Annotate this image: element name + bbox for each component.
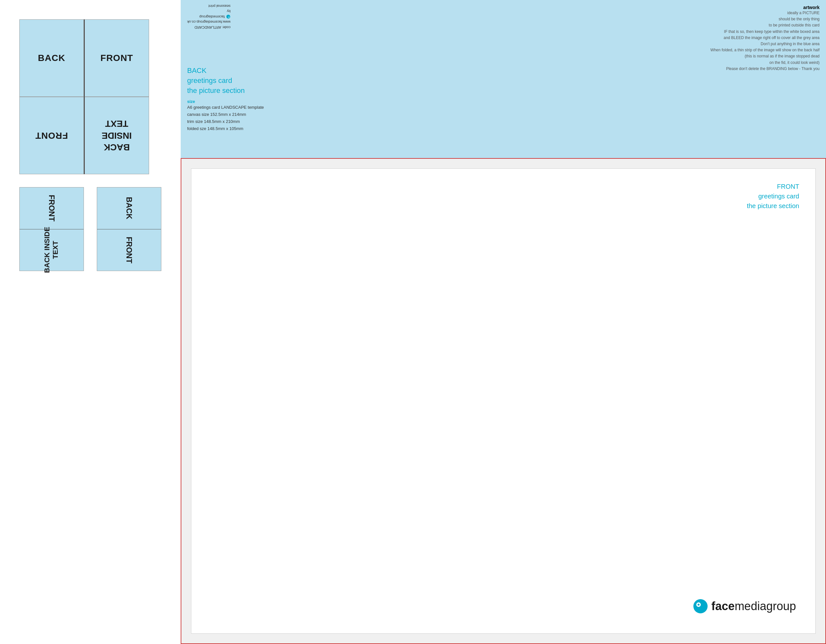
portrait-left-bottom-label: BACK INSIDETEXT [43, 227, 61, 273]
back-section: BACK greetings card the picture section … [187, 66, 264, 132]
front-label-text: FRONT greetings card the picture section [747, 182, 799, 211]
fmg-logo-icon [693, 599, 708, 614]
card-portrait-right: BACK FRONT [97, 187, 161, 271]
face-icon-upside [226, 14, 231, 19]
artwork-text: ideally a PICTURE should be the only thi… [711, 10, 820, 72]
instruction-area: code: ARTLANDCARD www.facemediagroup.co.… [181, 0, 826, 158]
right-panel: code: ARTLANDCARD www.facemediagroup.co.… [181, 0, 826, 644]
artwork-instructions: artwork ideally a PICTURE should be the … [711, 5, 820, 72]
portrait-right-bottom-label: FRONT [124, 236, 134, 263]
portrait-right-top-label: BACK [124, 197, 134, 219]
artwork-title: artwork [711, 5, 820, 10]
portrait-left-bottom: BACK INSIDETEXT [20, 230, 84, 271]
portrait-left-top-label: FRONT [47, 195, 56, 222]
fmg-rest: mediagroup [735, 599, 796, 613]
fmg-text: facemediagroup [711, 599, 796, 613]
front-label-top: FRONT [100, 53, 133, 63]
size-text: A6 greetings card LANDSCAPE template can… [187, 104, 264, 132]
branding-upside: code: ARTLANDCARD www.facemediagroup.co.… [187, 3, 231, 30]
card-row-2: FRONT BACK INSIDE TEXT [19, 97, 168, 174]
front-flipped-label: FRONT [35, 130, 68, 141]
branding-upside-text: code: ARTLANDCARD www.facemediagroup.co.… [187, 3, 231, 30]
portrait-gap [84, 187, 97, 271]
back-label-top: BACK [38, 53, 65, 63]
back-section-title: BACK greetings card the picture section [187, 66, 264, 96]
svg-point-1 [228, 17, 230, 17]
front-label: FRONT greetings card the picture section [747, 182, 799, 211]
card-row-3: FRONT BACK INSIDETEXT BACK FRONT [19, 187, 168, 271]
left-panel: BACK FRONT FRONT BACK INSIDE TEXT FRONT [19, 19, 168, 271]
svg-point-2 [693, 599, 708, 613]
card-row-1: BACK FRONT [19, 19, 168, 97]
card-portrait-left: FRONT BACK INSIDETEXT [19, 187, 84, 271]
card-front-flipped: FRONT [19, 97, 84, 174]
back-inside-text-label: BACK INSIDE TEXT [102, 118, 132, 153]
card-back-inside-text: BACK INSIDE TEXT [85, 97, 149, 174]
svg-point-0 [227, 14, 230, 19]
portrait-left-top: FRONT [20, 188, 84, 230]
size-label: size [187, 99, 264, 104]
portrait-right-bottom: FRONT [97, 230, 161, 271]
portrait-right-top: BACK [97, 188, 161, 230]
front-card-area: FRONT greetings card the picture section… [181, 158, 826, 644]
fmg-face: face [711, 599, 735, 613]
front-card-inner: FRONT greetings card the picture section… [191, 168, 816, 634]
card-back-top: BACK [19, 19, 84, 97]
svg-point-4 [697, 604, 700, 605]
card-front-top: FRONT [85, 19, 149, 97]
fmg-branding: facemediagroup [693, 599, 796, 614]
